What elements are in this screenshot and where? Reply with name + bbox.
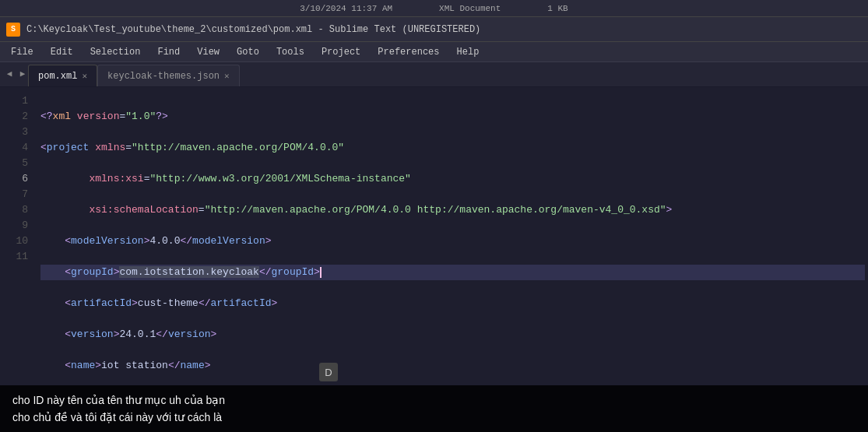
menu-project[interactable]: Project <box>314 45 368 59</box>
code-line-8: <version>24.0.1</version> <box>40 327 865 342</box>
d-badge: D <box>319 363 338 381</box>
doc-type: XML Document <box>439 4 501 13</box>
menu-help[interactable]: Help <box>449 45 487 59</box>
menu-view[interactable]: View <box>189 45 227 59</box>
menu-edit[interactable]: Edit <box>43 45 81 59</box>
code-line-3: xmlns:xsi="http://www.w3.org/2001/XMLSch… <box>40 171 865 187</box>
file-size: 1 KB <box>547 4 568 13</box>
editor: 1 2 3 4 5 6 7 8 9 10 11 <?xml version="1… <box>0 87 868 385</box>
datetime: 3/10/2024 11:37 AM <box>300 4 392 13</box>
code-line-2: <project xmlns="http://maven.apache.org/… <box>40 140 865 156</box>
tab-bar: ◀ ▶ pom.xml ✕ keycloak-themes.json ✕ <box>0 62 868 87</box>
menu-tools[interactable]: Tools <box>269 45 312 59</box>
code-area[interactable]: <?xml version="1.0"?> <project xmlns="ht… <box>37 87 868 385</box>
subtitle-line2: cho chủ đề và tôi đặt cái này với tư các… <box>12 409 856 426</box>
code-line-9: <name>iot station</name> <box>40 358 865 374</box>
tab-pom-xml[interactable]: pom.xml ✕ <box>28 65 97 86</box>
tab-keycloak-themes[interactable]: keycloak-themes.json ✕ <box>97 65 240 86</box>
code-line-6: <groupId>com.iotstation.keycloak</groupI… <box>40 265 865 280</box>
app-icon: S <box>6 23 20 37</box>
subtitle-text: cho ID này tên của tên thư mục uh của bạ… <box>12 392 856 426</box>
menu-find[interactable]: Find <box>149 45 188 59</box>
menu-file[interactable]: File <box>3 45 41 59</box>
tab-nav-left[interactable]: ◀ <box>3 62 16 84</box>
menu-preferences[interactable]: Preferences <box>370 45 447 59</box>
code-line-5: <modelVersion>4.0.0</modelVersion> <box>40 234 865 249</box>
window-title: C:\Keycloak\Test_youtube\theme_2\customi… <box>26 24 480 35</box>
subtitle-line1: cho ID này tên của tên thư mục uh của bạ… <box>12 392 856 409</box>
menu-selection[interactable]: Selection <box>83 45 149 59</box>
system-bar: 3/10/2024 11:37 AM XML Document 1 KB <box>0 0 868 17</box>
tab-label: keycloak-themes.json <box>107 71 220 82</box>
title-bar: S C:\Keycloak\Test_youtube\theme_2\custo… <box>0 17 868 42</box>
subtitle-bar: cho ID này tên của tên thư mục uh của bạ… <box>0 385 868 432</box>
menu-bar: File Edit Selection Find View Goto Tools… <box>0 42 868 62</box>
tab-label: pom.xml <box>38 71 77 82</box>
tab-close-keycloak[interactable]: ✕ <box>224 71 230 81</box>
tab-close-pom[interactable]: ✕ <box>82 71 87 81</box>
code-line-7: <artifactId>cust-theme</artifactId> <box>40 296 865 311</box>
menu-goto[interactable]: Goto <box>229 45 267 59</box>
code-line-4: xsi:schemaLocation="http://maven.apache.… <box>40 202 865 218</box>
code-line-1: <?xml version="1.0"?> <box>40 109 865 125</box>
tab-nav-right[interactable]: ▶ <box>16 62 29 84</box>
line-numbers: 1 2 3 4 5 6 7 8 9 10 11 <box>0 87 37 385</box>
